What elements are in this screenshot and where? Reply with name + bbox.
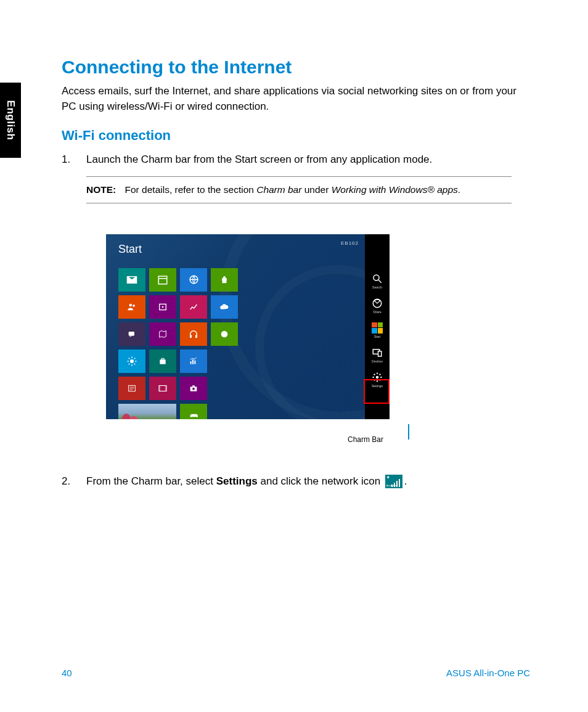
start-screen-illustration: Start EB102 bbox=[106, 234, 390, 419]
headphones-icon bbox=[188, 329, 199, 340]
music-tile[interactable] bbox=[180, 322, 207, 346]
step-1-text: Launch the Charm bar from the Start scre… bbox=[86, 152, 432, 168]
svg-rect-30 bbox=[159, 385, 160, 391]
suitcase-icon bbox=[158, 356, 168, 366]
photos-tile[interactable] bbox=[149, 295, 176, 319]
note-box: NOTE: For details, refer to the section … bbox=[86, 176, 512, 203]
charm-pointer-line bbox=[408, 424, 409, 440]
charm-search[interactable]: Search bbox=[365, 269, 390, 293]
svg-point-4 bbox=[133, 305, 135, 307]
svg-rect-8 bbox=[190, 335, 192, 338]
network-available-icon: Available bbox=[385, 475, 402, 488]
camera-tile[interactable] bbox=[180, 377, 207, 400]
svg-rect-7 bbox=[129, 332, 134, 336]
news-tile[interactable] bbox=[118, 377, 145, 400]
page-footer: 40 ASUS All-in-One PC bbox=[62, 668, 530, 678]
video-tile[interactable] bbox=[149, 377, 176, 400]
ie-tile[interactable] bbox=[180, 268, 207, 292]
svg-point-10 bbox=[221, 331, 228, 338]
start-screen-title: Start bbox=[118, 243, 142, 256]
photo-icon bbox=[158, 302, 168, 312]
note-italic-2: Working with Windows® apps bbox=[332, 184, 458, 195]
svg-point-35 bbox=[374, 275, 379, 280]
charm-search-label: Search bbox=[372, 285, 382, 289]
controller-icon bbox=[188, 410, 199, 419]
charm-caption-wrap: Charm Bar bbox=[106, 424, 390, 443]
svg-rect-0 bbox=[158, 276, 167, 284]
svg-rect-39 bbox=[378, 351, 382, 356]
language-label: English bbox=[4, 100, 17, 141]
section-title: Wi-Fi connection bbox=[62, 128, 530, 144]
svg-point-40 bbox=[376, 376, 379, 379]
people-tile[interactable] bbox=[118, 295, 145, 319]
charm-bar: Search Share Start Devices Settings bbox=[365, 234, 390, 419]
devices-icon bbox=[372, 347, 383, 358]
note-italic-1: Charm bar bbox=[256, 184, 301, 195]
store-tile[interactable] bbox=[211, 268, 238, 292]
windows-icon bbox=[372, 322, 383, 333]
film-icon bbox=[157, 383, 168, 394]
finance-icon bbox=[189, 302, 198, 312]
page-number: 40 bbox=[62, 668, 72, 678]
skydrive-tile[interactable] bbox=[211, 295, 238, 319]
charm-share-label: Share bbox=[373, 310, 381, 314]
maps-tile[interactable] bbox=[149, 322, 176, 346]
charm-settings[interactable]: Settings bbox=[365, 367, 390, 392]
svg-rect-23 bbox=[192, 359, 194, 364]
mail-icon bbox=[126, 274, 137, 285]
map-icon bbox=[158, 329, 168, 339]
svg-point-11 bbox=[130, 359, 134, 363]
messaging-tile[interactable] bbox=[118, 322, 145, 346]
chat-icon bbox=[127, 329, 137, 339]
search-icon bbox=[372, 273, 383, 284]
bars-icon bbox=[189, 356, 198, 366]
store-icon bbox=[219, 275, 229, 285]
note-text-2: under bbox=[301, 184, 331, 195]
xbox-live-tile[interactable] bbox=[211, 322, 238, 346]
svg-point-6 bbox=[162, 306, 164, 308]
page-content: Connecting to the Internet Access emails… bbox=[62, 57, 530, 489]
step-2-number: 2. bbox=[62, 473, 86, 489]
footer-brand: ASUS All-in-One PC bbox=[446, 668, 530, 678]
share-icon bbox=[372, 298, 383, 309]
step-2: 2. From the Charm bar, select Settings a… bbox=[62, 473, 530, 489]
charm-start-label: Start bbox=[374, 335, 381, 338]
calendar-tile[interactable] bbox=[149, 268, 176, 292]
charm-devices[interactable]: Devices bbox=[365, 343, 390, 367]
svg-rect-20 bbox=[160, 359, 165, 364]
note-text-3: . bbox=[458, 184, 460, 195]
charm-settings-label: Settings bbox=[372, 384, 383, 388]
desktop-tile[interactable] bbox=[118, 404, 176, 419]
chart-tile[interactable] bbox=[180, 350, 207, 373]
svg-rect-22 bbox=[190, 361, 192, 364]
step-2-c: . bbox=[404, 475, 407, 487]
start-screen-id: EB102 bbox=[341, 240, 359, 246]
sun-icon bbox=[126, 356, 137, 367]
step-1-number: 1. bbox=[62, 152, 86, 168]
cloud-icon bbox=[219, 301, 230, 313]
note-text-1: For details, refer to the section bbox=[125, 184, 257, 195]
news-icon bbox=[127, 383, 137, 393]
xbox-icon bbox=[219, 329, 229, 339]
games-tile[interactable] bbox=[180, 404, 207, 419]
svg-line-17 bbox=[134, 364, 136, 365]
network-available-label: Available bbox=[386, 484, 396, 488]
step-2-text: From the Charm bar, select Settings and … bbox=[86, 473, 407, 489]
charm-devices-label: Devices bbox=[372, 359, 383, 363]
weather-tile[interactable] bbox=[118, 350, 145, 373]
svg-point-33 bbox=[192, 388, 195, 390]
note-label: NOTE: bbox=[86, 184, 116, 195]
step-2-b: and click the network icon bbox=[258, 475, 383, 487]
gear-icon bbox=[372, 372, 383, 383]
intro-paragraph: Access emails, surf the Internet, and sh… bbox=[62, 84, 530, 114]
charm-start[interactable]: Start bbox=[365, 318, 390, 343]
step-2-bold: Settings bbox=[216, 475, 258, 487]
charm-share[interactable]: Share bbox=[365, 293, 390, 318]
travel-tile[interactable] bbox=[149, 350, 176, 373]
mail-tile[interactable] bbox=[118, 268, 145, 292]
page-title: Connecting to the Internet bbox=[62, 57, 530, 78]
tile-grid bbox=[118, 268, 238, 419]
charm-bar-caption: Charm Bar bbox=[348, 435, 383, 444]
finance-tile[interactable] bbox=[180, 295, 207, 319]
people-icon bbox=[126, 301, 137, 313]
